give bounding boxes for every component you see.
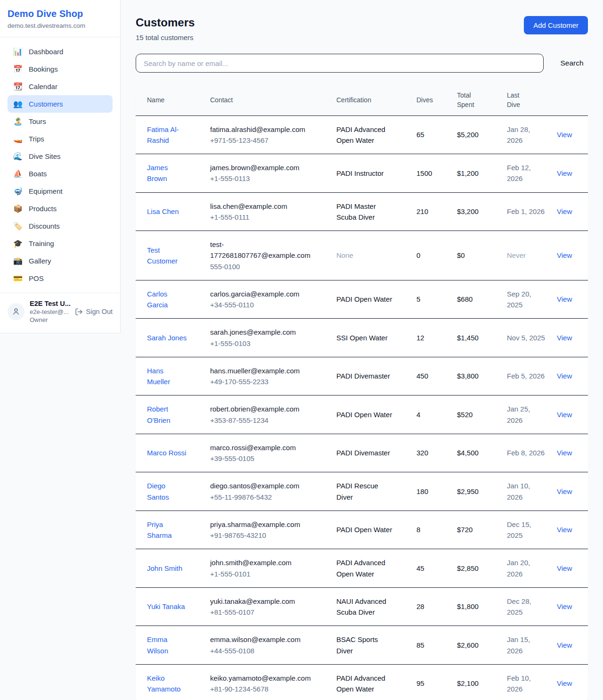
table-row: James Brown james.brown@example.com +1-5… [136, 154, 588, 193]
customer-last-dive: Jan 20, 2026 [501, 549, 551, 588]
view-link[interactable]: View [557, 526, 572, 534]
sidebar-item-dashboard[interactable]: 📊Dashboard [8, 43, 113, 60]
search-button[interactable]: Search [556, 59, 588, 67]
add-customer-button[interactable]: Add Customer [524, 16, 588, 34]
sidebar-item-training[interactable]: 🎓Training [8, 235, 113, 252]
sidebar-item-products[interactable]: 📦Products [8, 200, 113, 217]
sidebar-item-gallery[interactable]: 📸Gallery [8, 252, 113, 270]
customer-total-spent: $2,850 [451, 549, 501, 588]
customer-dives: 320 [411, 434, 451, 472]
customer-name-link[interactable]: James Brown [147, 162, 187, 184]
customer-name-link[interactable]: Yuki Tanaka [147, 601, 185, 612]
view-link[interactable]: View [557, 372, 572, 380]
customer-total-spent: $720 [451, 511, 501, 549]
sidebar-item-boats[interactable]: ⛵Boats [8, 165, 113, 182]
sidebar-item-equipment[interactable]: 🤿Equipment [8, 182, 113, 200]
view-link[interactable]: View [557, 251, 572, 259]
search-input[interactable] [136, 54, 544, 73]
search-row: Search [136, 54, 588, 73]
people-icon: 👥 [13, 100, 23, 108]
customer-email: yuki.tanaka@example.com [210, 596, 314, 607]
tag-icon: 🏷️ [13, 222, 23, 230]
view-link[interactable]: View [557, 334, 572, 342]
customer-dives: 1500 [411, 154, 451, 193]
customer-last-dive: Dec 15, 2025 [501, 511, 551, 549]
customer-name-link[interactable]: Test Customer [147, 245, 187, 267]
view-link[interactable]: View [557, 564, 572, 572]
customer-name-link[interactable]: Robert O'Brien [147, 404, 187, 426]
customer-email: james.brown@example.com [210, 162, 314, 173]
customer-phone: +55-11-99876-5432 [210, 492, 325, 502]
customer-dives: 4 [411, 395, 451, 434]
sidebar-item-dive-sites[interactable]: 🌊Dive Sites [8, 148, 113, 165]
customer-email: test-1772681807767@example.com [210, 239, 314, 261]
customer-dives: 12 [411, 319, 451, 357]
shop-name: Demo Dive Shop [8, 8, 113, 19]
customer-name-link[interactable]: Sarah Jones [147, 332, 187, 343]
customer-total-spent: $5,200 [451, 115, 501, 154]
customer-total-spent: $520 [451, 395, 501, 434]
sidebar-item-label: Calendar [29, 82, 57, 91]
sidebar-item-pos[interactable]: 💳POS [8, 270, 113, 287]
user-info: E2E Test U... e2e-tester@... Owner [30, 300, 70, 323]
customer-last-dive: Feb 1, 2026 [501, 192, 551, 231]
customer-phone: +44-555-0108 [210, 645, 325, 656]
column-header-certification: Certification [331, 85, 411, 115]
customer-name-link[interactable]: Fatima Al-Rashid [147, 124, 187, 146]
sidebar-item-calendar[interactable]: 📆Calendar [8, 78, 113, 95]
table-row: Keiko Yamamoto keiko.yamamoto@example.co… [136, 664, 588, 700]
view-link[interactable]: View [557, 449, 572, 457]
table-row: Lisa Chen lisa.chen@example.com +1-555-0… [136, 192, 588, 231]
view-link[interactable]: View [557, 641, 572, 649]
customer-certification: SSI Open Water [336, 332, 388, 343]
wave-icon: 🌊 [13, 153, 23, 160]
view-link[interactable]: View [557, 487, 572, 495]
customer-name-link[interactable]: Hans Mueller [147, 365, 187, 387]
sidebar-item-customers[interactable]: 👥Customers [8, 95, 113, 113]
customer-phone: +1-555-0113 [210, 173, 325, 184]
view-link[interactable]: View [557, 207, 572, 215]
table-header-row: Name Contact Certification Dives Total S… [136, 85, 588, 115]
customer-name-link[interactable]: Priya Sharma [147, 519, 187, 541]
sign-out-button[interactable]: Sign Out [75, 308, 113, 316]
customer-name-link[interactable]: Marco Rossi [147, 447, 186, 458]
customer-phone: +971-55-123-4567 [210, 135, 325, 146]
sidebar-item-label: Tours [29, 117, 46, 125]
customer-phone: +353-87-555-1234 [210, 415, 325, 426]
column-header-total-spent: Total Spent [451, 85, 501, 115]
credit-card-icon: 💳 [13, 275, 23, 282]
sidebar-item-discounts[interactable]: 🏷️Discounts [8, 217, 113, 235]
sidebar-item-label: Discounts [29, 222, 60, 230]
sidebar-item-tours[interactable]: 🏝️Tours [8, 113, 113, 130]
customer-certification: NAUI Advanced Scuba Diver [336, 596, 395, 618]
customer-certification: PADI Open Water [336, 524, 392, 535]
user-icon [11, 307, 21, 316]
sidebar-user-section: E2E Test U... e2e-tester@... Owner Sign … [0, 293, 120, 333]
sidebar-item-trips[interactable]: 🚤Trips [8, 130, 113, 148]
customer-name-link[interactable]: Diego Santos [147, 480, 187, 502]
customer-phone: +49-170-555-2233 [210, 376, 325, 387]
sidebar-item-bookings[interactable]: 📅Bookings [8, 60, 113, 78]
view-link[interactable]: View [557, 169, 572, 177]
customer-certification: None [336, 250, 353, 261]
customer-certification: PADI Rescue Diver [336, 480, 395, 502]
customer-dives: 450 [411, 357, 451, 395]
view-link[interactable]: View [557, 679, 572, 687]
sidebar-item-label: POS [29, 274, 44, 282]
customer-name-link[interactable]: Carlos Garcia [147, 288, 187, 311]
customer-name-link[interactable]: Emma Wilson [147, 634, 187, 656]
customer-name-link[interactable]: Lisa Chen [147, 206, 179, 217]
customer-phone: +1-555-0101 [210, 568, 325, 579]
customer-total-spent: $4,500 [451, 434, 501, 472]
customer-name-link[interactable]: Keiko Yamamoto [147, 673, 187, 695]
view-link[interactable]: View [557, 295, 572, 303]
customer-total-spent: $680 [451, 280, 501, 319]
view-link[interactable]: View [557, 602, 572, 610]
customer-email: marco.rossi@example.com [210, 442, 314, 453]
customer-name-link[interactable]: John Smith [147, 563, 182, 574]
view-link[interactable]: View [557, 411, 572, 419]
customer-dives: 5 [411, 280, 451, 319]
customer-dives: 180 [411, 472, 451, 511]
view-link[interactable]: View [557, 131, 572, 139]
customer-phone: +81-90-1234-5678 [210, 684, 325, 694]
